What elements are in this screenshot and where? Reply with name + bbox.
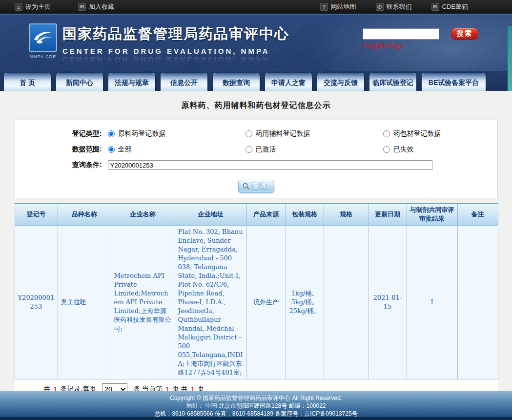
cell-spec	[324, 225, 369, 379]
contact-link[interactable]: ✆ 联系我们	[376, 2, 412, 11]
page-title: 原料药、药用辅料和药包材登记信息公示	[0, 101, 512, 111]
table-header-row: 登记号 品种名称 企业名称 企业地址 产品来源 包装规格 规格 更新日期 与制剂…	[15, 204, 498, 225]
radio-excipient-data[interactable]: 药用辅料登记数据	[246, 129, 383, 138]
site-header: NMPA CDE 国家药品监督管理局药品审评中心 CENTER FOR DRUG…	[0, 15, 512, 71]
query-condition-label: 查询条件:	[15, 161, 108, 169]
english-page-link[interactable]: English Page	[363, 42, 404, 50]
tab-applicant-window[interactable]: 申请人之窗	[265, 73, 312, 91]
cde-mail-link[interactable]: ✉ CDE邮箱	[431, 2, 468, 11]
tab-news[interactable]: 新闻中心	[56, 73, 103, 91]
contact-label: 联系我们	[387, 2, 412, 11]
cell-update-date: 2021-01-15	[369, 225, 407, 379]
radio-scope-all[interactable]: 全部	[108, 145, 246, 154]
col-spec: 规格	[324, 204, 369, 225]
col-joint-review-result: 与制剂共同审评审批结果	[407, 204, 457, 225]
footer-bottom-strip	[0, 417, 512, 420]
site-subtitle-reflection: CENTER FOR DRUG EVALUATION, NMPA	[62, 56, 289, 64]
radio-scope-invalid-label: 已失效	[393, 145, 414, 154]
add-favorite-label: 加入收藏	[89, 2, 114, 11]
footer-contact: 总机：8610-68585566 传真：8610-68584189 备案序号：京…	[0, 410, 512, 418]
cde-mail-label: CDE邮箱	[442, 2, 468, 11]
site-logo[interactable]: NMPA CDE	[27, 23, 59, 59]
col-company-address: 企业地址	[175, 204, 246, 225]
main-content: 原料药、药用辅料和药包材登记信息公示 登记类型: 原料药登记数据 药用辅料登记数…	[0, 91, 512, 420]
set-home-link[interactable]: ⌂ 设为主页	[15, 2, 51, 11]
results-table-panel: 登记号 品种名称 企业名称 企业地址 产品来源 包装规格 规格 更新日期 与制剂…	[15, 203, 498, 399]
cell-product-name: 奥美拉唑	[58, 225, 111, 379]
cell-package-spec: 1kg/桶。5kg/桶。25kg/桶。	[286, 225, 324, 379]
envelope-icon: ✉	[78, 3, 86, 11]
cell-joint-review-result: I	[407, 225, 457, 379]
tab-home[interactable]: 首 页	[4, 73, 51, 91]
tab-communication[interactable]: 交流与反馈	[317, 73, 364, 91]
main-nav: 首 页 新闻中心 法规与规章 信息公开 数据查询 申请人之窗 交流与反馈 临床试…	[0, 71, 512, 91]
phone-icon: ✆	[376, 3, 384, 11]
cell-company-name: Metrochem API Private Limited;Metrochem …	[111, 225, 175, 379]
tab-data-query[interactable]: 数据查询	[213, 73, 260, 91]
col-company-name: 企业名称	[111, 204, 175, 225]
data-scope-label: 数据范围:	[15, 145, 108, 154]
radio-scope-activated[interactable]: 已激活	[246, 145, 383, 154]
question-icon: ?	[320, 3, 328, 11]
query-button-label: 查询	[252, 182, 268, 190]
tab-clinical-trial-reg[interactable]: 临床试验登记	[369, 73, 416, 91]
radio-packaging-label: 药包材登记数据	[393, 129, 441, 138]
cell-company-address: Flat No. 302, Bhanu Enclave, Sunder Naga…	[175, 225, 246, 379]
radio-packaging-input[interactable]	[383, 130, 390, 137]
header-search-input[interactable]	[363, 28, 439, 40]
home-icon: ⌂	[15, 3, 22, 11]
radio-scope-all-input[interactable]	[108, 146, 115, 153]
col-reg-no: 登记号	[15, 204, 58, 225]
add-favorite-link[interactable]: ✉ 加入收藏	[78, 2, 114, 11]
col-product-source: 产品来源	[246, 204, 286, 225]
radio-scope-activated-input[interactable]	[246, 146, 252, 153]
mail-icon: ✉	[431, 3, 439, 11]
col-update-date: 更新日期	[369, 204, 407, 225]
query-form: 登记类型: 原料药登记数据 药用辅料登记数据 药包材登记数据 数据范围: 全部	[15, 120, 498, 198]
table-row[interactable]: Y20200001253 奥美拉唑 Metrochem API Private …	[15, 225, 498, 379]
tab-be-trial-platform[interactable]: BE试验备案平台	[422, 73, 486, 91]
reg-type-label: 登记类型:	[15, 129, 108, 138]
set-home-label: 设为主页	[25, 2, 51, 11]
radio-scope-all-label: 全部	[118, 145, 132, 154]
magnifier-icon	[243, 183, 250, 190]
site-title: 国家药品监督管理局药品审评中心	[62, 24, 289, 44]
cell-remark	[457, 225, 498, 379]
nmpa-cde-logo-icon	[29, 23, 57, 52]
radio-raw-material-label: 原料药登记数据	[118, 129, 166, 138]
site-footer: Copyright © 国家药品监督管理局药品审评中心 All Right Re…	[0, 391, 512, 420]
radio-raw-material-input[interactable]	[108, 130, 115, 137]
logo-caption: NMPA CDE	[27, 54, 59, 59]
footer-address: 地址： 中国 北京市朝阳区建国路128号 邮编：100022	[0, 402, 512, 410]
footer-copyright: Copyright © 国家药品监督管理局药品审评中心 All Right Re…	[0, 394, 512, 402]
radio-excipient-label: 药用辅料登记数据	[256, 129, 310, 138]
tab-regulations[interactable]: 法规与规章	[108, 73, 155, 91]
teal-edge-decoration	[508, 26, 512, 91]
brand-block: 国家药品监督管理局药品审评中心 CENTER FOR DRUG EVALUATI…	[62, 24, 289, 64]
radio-scope-activated-label: 已激活	[256, 145, 276, 154]
radio-excipient-input[interactable]	[246, 130, 252, 137]
radio-packaging-data[interactable]: 药包材登记数据	[383, 129, 481, 138]
cell-product-source: 境外生产	[246, 225, 286, 379]
cell-reg-no: Y20200001253	[15, 225, 58, 379]
query-button[interactable]: 查询	[238, 180, 274, 193]
site-subtitle: CENTER FOR DRUG EVALUATION, NMPA	[62, 47, 289, 55]
sitemap-link[interactable]: ? 网站地图	[320, 2, 356, 11]
results-table: 登记号 品种名称 企业名称 企业地址 产品来源 包装规格 规格 更新日期 与制剂…	[15, 203, 498, 379]
radio-raw-material-data[interactable]: 原料药登记数据	[108, 129, 246, 138]
top-utility-bar: ⌂ 设为主页 ✉ 加入收藏 ? 网站地图 ✆ 联系我们 ✉ CDE邮箱	[0, 0, 512, 15]
radio-scope-invalid-input[interactable]	[383, 146, 390, 153]
header-search-button[interactable]: 搜索	[451, 28, 478, 40]
radio-scope-invalid[interactable]: 已失效	[383, 145, 481, 154]
tab-info-disclosure[interactable]: 信息公开	[161, 73, 207, 91]
col-product-name: 品种名称	[58, 204, 111, 225]
col-package-spec: 包装规格	[286, 204, 324, 225]
sitemap-label: 网站地图	[331, 2, 356, 11]
query-condition-input[interactable]	[108, 160, 432, 170]
col-remark: 备注	[457, 204, 498, 225]
